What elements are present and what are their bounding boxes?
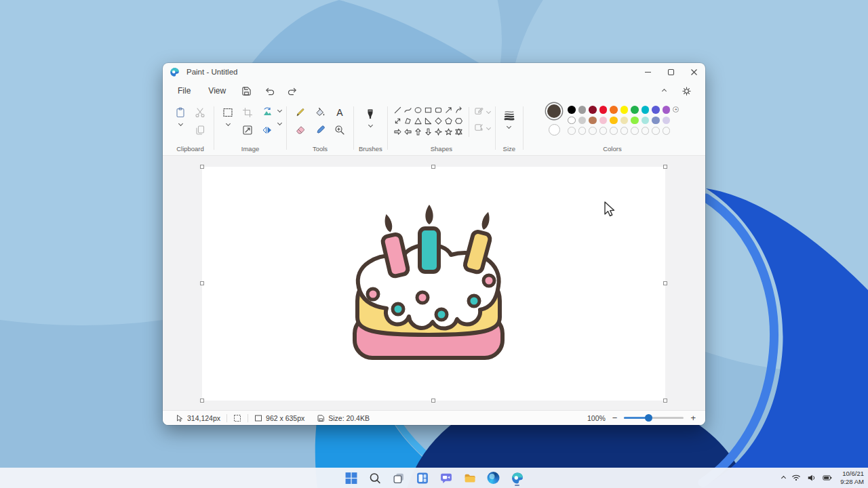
magnifier-tool-button[interactable] [331,122,349,138]
color-swatch[interactable] [663,117,671,125]
paste-chevron-icon[interactable] [178,121,182,126]
size-button[interactable] [500,107,518,123]
eraser-tool-button[interactable] [292,122,309,138]
color-swatch[interactable] [631,117,639,125]
paint-taskbar-button[interactable] [509,470,526,486]
shape-down-arrow[interactable] [423,126,433,137]
empty-color-slot[interactable] [642,127,650,135]
canvas-handle-bottom-center[interactable] [431,399,435,403]
rotate-button[interactable] [258,104,276,121]
canvas-handle-bottom-left[interactable] [200,399,204,403]
shape-right-arrow[interactable] [393,126,403,137]
canvas-handle-top-right[interactable] [663,165,667,169]
view-menu[interactable]: View [201,83,233,98]
color-swatch[interactable] [631,106,639,114]
shape-triangle[interactable] [413,115,423,126]
undo-button[interactable] [260,83,279,99]
select-button[interactable] [219,104,237,121]
empty-color-slot[interactable] [568,127,576,135]
shape-right-triangle[interactable] [423,115,433,126]
titlebar[interactable]: Paint - Untitled [163,63,705,81]
zoom-out-button[interactable]: − [612,413,618,423]
color-swatch[interactable] [568,117,576,125]
shape-rectangle[interactable] [423,104,433,115]
color-swatch[interactable] [642,117,650,125]
select-chevron-icon[interactable] [225,121,230,126]
clock[interactable]: 10/6/21 9:28 AM [838,470,864,486]
shape-left-arrow[interactable] [403,126,413,137]
shape-two-way-arrow[interactable] [393,115,403,126]
shape-rounded-rectangle[interactable] [433,104,443,115]
minimize-button[interactable] [636,63,659,81]
shape-up-arrow[interactable] [413,126,423,137]
pencil-tool-button[interactable] [292,104,309,121]
color-swatch[interactable] [652,117,660,125]
chat-button[interactable] [438,470,454,486]
empty-color-slot[interactable] [652,127,660,135]
shape-six-point-star[interactable] [454,126,464,137]
empty-color-slot[interactable] [610,127,618,135]
brushes-button[interactable] [361,106,379,122]
speaker-icon[interactable] [807,473,816,483]
paste-button[interactable] [172,104,189,121]
file-menu[interactable]: File [171,83,197,98]
color-swatch[interactable] [652,106,660,114]
color-swatch[interactable] [568,106,576,114]
tray-chevron-icon[interactable] [781,475,786,480]
task-view-button[interactable] [391,470,407,486]
shape-five-point-star[interactable] [443,126,454,137]
close-button[interactable] [682,63,705,81]
save-button[interactable] [237,83,256,99]
color2-swatch[interactable] [549,124,560,136]
zoom-slider-thumb[interactable] [645,414,652,422]
resize-button[interactable] [239,122,256,138]
flip-button[interactable] [258,122,276,138]
shape-oval[interactable] [413,104,423,115]
shape-four-point-star[interactable] [433,126,443,137]
color1-swatch-selected[interactable] [547,104,561,118]
zoom-slider[interactable] [624,417,684,419]
empty-color-slot[interactable] [663,127,671,135]
color-swatch[interactable] [599,106,608,114]
collapse-ribbon-chevron-icon[interactable] [662,88,667,93]
drawing-canvas[interactable] [202,167,665,401]
color-swatch[interactable] [610,117,618,125]
canvas-handle-top-left[interactable] [200,165,204,169]
start-button[interactable] [343,470,359,486]
color-swatch[interactable] [578,117,587,125]
redo-button[interactable] [283,83,302,99]
color-swatch[interactable] [578,106,587,114]
widgets-button[interactable] [414,470,431,486]
empty-color-slot[interactable] [599,127,608,135]
color-swatch[interactable] [610,106,618,114]
wifi-icon[interactable] [791,473,801,483]
brushes-chevron-icon[interactable] [368,123,373,127]
shape-hexagon[interactable] [454,115,464,126]
text-tool-button[interactable]: A [331,104,349,121]
color-swatch[interactable] [642,106,650,114]
color-picker-button[interactable] [311,122,329,138]
maximize-button[interactable] [659,63,682,81]
shape-curve[interactable] [403,104,413,115]
file-explorer-button[interactable] [462,470,478,486]
empty-color-slot[interactable] [620,127,629,135]
shape-pentagon[interactable] [443,115,454,126]
canvas-handle-bottom-right[interactable] [663,399,667,403]
rotate-chevron-icon[interactable] [277,108,282,113]
color-swatch[interactable] [620,117,629,125]
shape-polygon[interactable] [403,115,413,126]
shape-diamond[interactable] [433,115,443,126]
shape-line[interactable] [393,104,403,115]
canvas-handle-mid-left[interactable] [200,281,204,285]
color-swatch[interactable] [663,106,671,114]
size-chevron-icon[interactable] [507,124,511,129]
battery-icon[interactable] [823,473,832,483]
settings-button[interactable] [677,83,696,99]
canvas-handle-mid-right[interactable] [663,281,667,285]
search-button[interactable] [367,470,383,486]
zoom-in-button[interactable]: + [690,413,696,423]
fill-tool-button[interactable] [311,104,329,121]
color-swatch[interactable] [599,117,608,125]
empty-color-slot[interactable] [631,127,639,135]
shape-arrow[interactable] [443,104,454,115]
